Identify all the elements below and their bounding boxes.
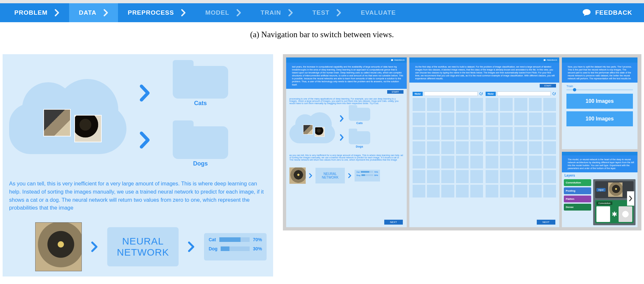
grid-cell[interactable] xyxy=(529,170,542,183)
grid-cell[interactable] xyxy=(456,127,469,140)
nav-step-model[interactable]: MODEL xyxy=(196,3,251,22)
grid-cell[interactable] xyxy=(486,185,498,197)
grid-cell[interactable] xyxy=(427,141,440,154)
grid-cell[interactable] xyxy=(470,98,483,111)
grid-cell[interactable] xyxy=(500,98,513,111)
grid-cell[interactable] xyxy=(427,185,440,197)
grid-cell[interactable] xyxy=(456,141,469,154)
grid-cell[interactable] xyxy=(500,185,513,197)
grid-cell[interactable] xyxy=(529,141,542,154)
model-builder[interactable]: Input Convolution ✱ xyxy=(593,179,636,225)
folder-dogs[interactable]: Dogs xyxy=(173,126,228,167)
grid-cell[interactable] xyxy=(514,185,527,197)
grid-cell[interactable] xyxy=(500,141,513,154)
nav-step-data[interactable]: DATA xyxy=(69,3,118,22)
grid-cell[interactable] xyxy=(413,113,425,125)
grid-cell[interactable] xyxy=(486,127,498,140)
class-name-input[interactable] xyxy=(424,91,478,96)
cat-thumbnail[interactable] xyxy=(43,109,71,136)
grid-cell[interactable] xyxy=(529,113,542,125)
grid-cell[interactable] xyxy=(441,170,454,183)
grid-cell[interactable] xyxy=(514,170,527,183)
start-button[interactable]: START xyxy=(540,84,556,87)
grid-cell[interactable] xyxy=(441,185,454,197)
grid-cell[interactable] xyxy=(427,113,440,125)
grid-cell[interactable] xyxy=(413,141,425,154)
grid-cell[interactable] xyxy=(413,156,425,168)
grid-cell[interactable] xyxy=(441,141,454,154)
grid-cell[interactable] xyxy=(427,98,440,111)
layer-pool[interactable]: Pooling xyxy=(564,187,591,194)
next-button[interactable]: NEXT xyxy=(537,220,555,225)
grid-cell[interactable] xyxy=(427,127,440,140)
grid-cell[interactable] xyxy=(456,113,469,125)
folder-cats[interactable]: Cats xyxy=(173,66,228,107)
grid-cell[interactable] xyxy=(543,156,556,168)
grid-cell[interactable] xyxy=(441,98,454,111)
grid-cell[interactable] xyxy=(413,170,425,183)
grid-cell[interactable] xyxy=(413,185,425,197)
refresh-icon[interactable] xyxy=(552,92,556,96)
start-button[interactable]: START xyxy=(387,90,403,94)
grid-cell[interactable] xyxy=(470,170,483,183)
grid-cell[interactable] xyxy=(456,185,469,197)
grid-cell[interactable] xyxy=(529,98,542,111)
grid-cell[interactable] xyxy=(427,156,440,168)
image-count-button[interactable]: 100 Images xyxy=(566,94,633,109)
layer-flatten[interactable]: Flatten xyxy=(564,196,591,202)
class-name-input[interactable] xyxy=(497,91,551,96)
grid-cell[interactable] xyxy=(529,185,542,197)
grid-cell[interactable] xyxy=(470,127,483,140)
grid-cell[interactable] xyxy=(470,185,483,197)
grid-cell[interactable] xyxy=(486,113,498,125)
grid-cell[interactable] xyxy=(486,141,498,154)
grid-cell[interactable] xyxy=(486,156,498,168)
grid-cell[interactable] xyxy=(529,156,542,168)
image-count-button[interactable]: 100 Images xyxy=(566,111,633,126)
grid-cell[interactable] xyxy=(514,156,527,168)
layer-conv[interactable]: Convolution xyxy=(564,179,591,186)
grid-cell[interactable] xyxy=(543,98,556,111)
grid-cell[interactable] xyxy=(543,141,556,154)
next-button[interactable]: NEXT xyxy=(384,220,403,225)
grid-cell[interactable] xyxy=(500,113,513,125)
grid-cell[interactable] xyxy=(441,156,454,168)
grid-cell[interactable] xyxy=(500,170,513,183)
nav-step-problem[interactable]: PROBLEM xyxy=(5,3,69,22)
grid-cell[interactable] xyxy=(470,113,483,125)
grid-cell[interactable] xyxy=(514,98,527,111)
grid-cell[interactable] xyxy=(470,156,483,168)
grid-cell[interactable] xyxy=(514,127,527,140)
dog-thumbnail[interactable] xyxy=(74,115,102,142)
grid-cell[interactable] xyxy=(470,141,483,154)
grid-cell[interactable] xyxy=(514,141,527,154)
grid-cell[interactable] xyxy=(543,113,556,125)
nav-step-preprocess[interactable]: PREPROCESS xyxy=(118,3,196,22)
grid-cell[interactable] xyxy=(441,127,454,140)
grid-cell[interactable] xyxy=(456,170,469,183)
refresh-icon[interactable] xyxy=(479,92,483,96)
caption-a: (a) Navigation bar to switch between vie… xyxy=(0,30,644,39)
chevron-right-icon[interactable] xyxy=(627,191,634,206)
grid-cell[interactable] xyxy=(529,127,542,140)
train-slider[interactable]: Train xyxy=(562,83,637,91)
grid-cell[interactable] xyxy=(486,170,498,183)
grid-cell[interactable] xyxy=(413,98,425,111)
nav-step-evaluate[interactable]: EVALUATE xyxy=(351,3,406,22)
grid-cell[interactable] xyxy=(500,127,513,140)
grid-cell[interactable] xyxy=(441,113,454,125)
grid-cell[interactable] xyxy=(500,156,513,168)
grid-cell[interactable] xyxy=(543,185,556,197)
grid-cell[interactable] xyxy=(413,127,425,140)
grid-cell[interactable] xyxy=(486,98,498,111)
grid-cell[interactable] xyxy=(514,113,527,125)
grid-cell[interactable] xyxy=(543,170,556,183)
feedback-button[interactable]: FEEDBACK xyxy=(575,3,639,22)
grid-cell[interactable] xyxy=(427,170,440,183)
grid-cell[interactable] xyxy=(543,127,556,140)
grid-cell[interactable] xyxy=(456,98,469,111)
nav-step-train[interactable]: TRAIN xyxy=(251,3,303,22)
grid-cell[interactable] xyxy=(456,156,469,168)
layer-dense[interactable]: Dense xyxy=(564,204,591,211)
nav-step-test[interactable]: TEST xyxy=(303,3,351,22)
